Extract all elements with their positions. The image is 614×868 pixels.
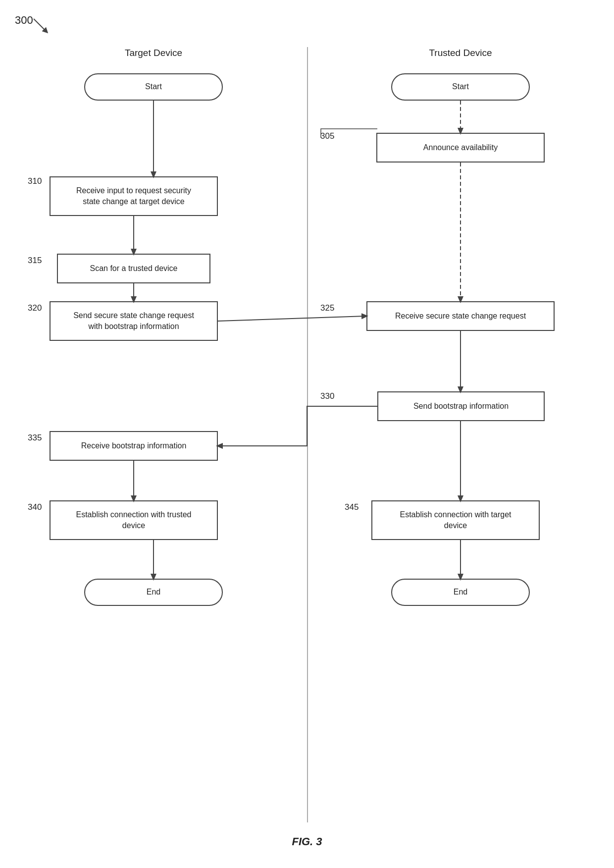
step-325: 325 (320, 303, 334, 313)
start-left-box: Start (84, 73, 223, 101)
start-right-box: Start (391, 73, 530, 101)
diagram-container: 300 Target Device Trusted Device Start S… (0, 0, 614, 868)
vertical-divider (307, 47, 308, 822)
step-320: 320 (28, 303, 42, 313)
establish-left-box: Establish connection with trusteddevice (50, 500, 218, 540)
svg-line-6 (218, 316, 365, 321)
establish-right-box: Establish connection with targetdevice (371, 500, 540, 540)
diagram-ref-number: 300 (15, 14, 33, 27)
receive-secure-box: Receive secure state change request (366, 301, 555, 331)
col-header-left: Target Device (84, 48, 223, 58)
step-310: 310 (28, 176, 42, 186)
end-left-box: End (84, 579, 223, 606)
end-right-box: End (391, 579, 530, 606)
step-340: 340 (28, 502, 42, 512)
fig-label: FIG. 3 (292, 835, 322, 848)
receive-input-box: Receive input to request securitystate c… (50, 176, 218, 216)
svg-line-0 (34, 19, 46, 31)
step-305: 305 (320, 131, 334, 141)
receive-bootstrap-box: Receive bootstrap information (50, 431, 218, 461)
step-335: 335 (28, 433, 42, 443)
scan-box: Scan for a trusted device (57, 254, 210, 283)
step-315: 315 (28, 256, 42, 266)
announce-box: Announce availability (376, 133, 545, 163)
col-header-right: Trusted Device (391, 48, 530, 58)
send-secure-box: Send secure state change requestwith boo… (50, 301, 218, 341)
step-345: 345 (345, 502, 358, 512)
send-bootstrap-box: Send bootstrap information (377, 391, 545, 421)
step-330: 330 (320, 391, 334, 401)
